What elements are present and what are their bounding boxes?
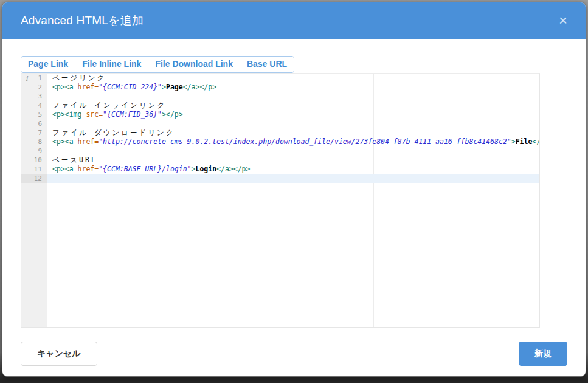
editor-line-12: 12 [21,174,539,183]
line-number: 1 [21,74,47,83]
line-number: 7 [21,128,47,137]
line-number: 8 [21,137,47,147]
new-button[interactable]: 新規 [519,342,567,366]
line-number: 11 [21,165,47,174]
editor-line-7: 7ファイル ダウンロードリンク [21,128,539,137]
dialog-footer: キャンセル 新規 [2,342,586,376]
line-code: ファイル インラインリンク [47,101,539,110]
line-number: 10 [21,156,47,165]
editor-line-5: 5<p><img src="{CCM:FID_36}"></p> [21,110,539,119]
tab-base-url[interactable]: Base URL [240,56,294,73]
line-code: <p><a href="{CCM:CID_224}">Page</a></p> [47,83,539,92]
snippet-tab-group: Page LinkFile Inline LinkFile Download L… [21,56,567,73]
add-advanced-html-dialog: Advanced HTMLを追加 × Page LinkFile Inline … [2,2,586,377]
line-number: 5 [21,110,47,119]
tab-page-link[interactable]: Page Link [21,56,75,73]
editor-line-1: 1ページリンク [21,74,539,83]
editor-line-6: 6 [21,119,539,128]
cancel-button[interactable]: キャンセル [21,342,97,366]
line-code: <p><a href="http://concrete-cms-9.0.2.te… [47,137,539,147]
line-number: 6 [21,119,47,128]
editor-lines: 1ページリンク2<p><a href="{CCM:CID_224}">Page<… [21,74,539,183]
editor-line-11: 11<p><a href="{CCM:BASE_URL}/login">Logi… [21,165,539,174]
line-number: 9 [21,147,47,156]
line-code: ページリンク [47,74,539,83]
line-code [47,174,539,183]
editor-line-8: 8<p><a href="http://concrete-cms-9.0.2.t… [21,137,539,147]
line-code [47,92,539,101]
editor-line-10: 10ベースURL [21,156,539,165]
line-code: ファイル ダウンロードリンク [47,128,539,137]
line-code [47,147,539,156]
line-code: <p><img src="{CCM:FID_36}"></p> [47,110,539,119]
dialog-title: Advanced HTMLを追加 [21,13,144,29]
tab-file-inline-link[interactable]: File Inline Link [75,56,148,73]
dialog-header: Advanced HTMLを追加 × [2,2,586,39]
editor-line-9: 9 [21,147,539,156]
editor-line-4: 4ファイル インラインリンク [21,101,539,110]
tab-file-download-link[interactable]: File Download Link [148,56,240,73]
editor-line-3: 3 [21,92,539,101]
dialog-body: Page LinkFile Inline LinkFile Download L… [2,39,586,342]
editor-line-2: 2<p><a href="{CCM:CID_224}">Page</a></p> [21,83,539,92]
code-editor[interactable]: i 1ページリンク2<p><a href="{CCM:CID_224}">Pag… [21,73,540,328]
line-number: 2 [21,83,47,92]
line-number: 12 [21,174,47,183]
line-code: ベースURL [47,156,539,165]
line-code: <p><a href="{CCM:BASE_URL}/login">Login<… [47,165,539,174]
line-number: 3 [21,92,47,101]
line-code [47,119,539,128]
line-number: 4 [21,101,47,110]
close-icon[interactable]: × [556,12,570,29]
